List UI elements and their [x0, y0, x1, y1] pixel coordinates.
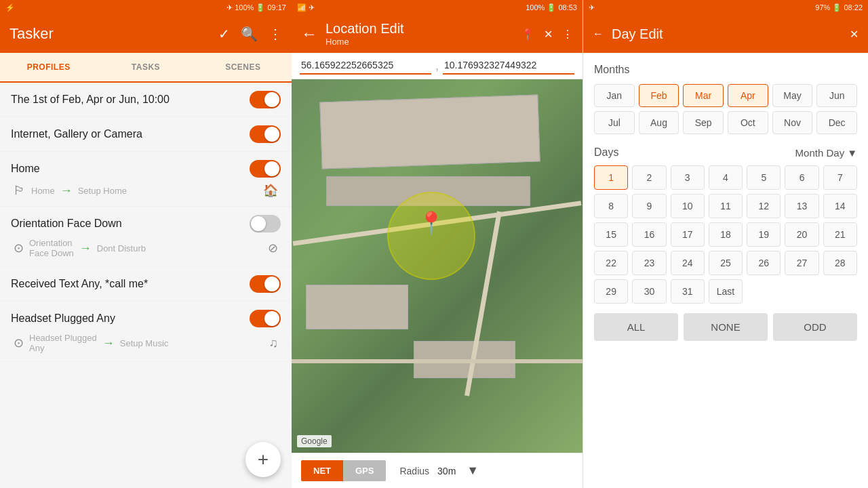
disturb-icon: ⊘: [268, 241, 278, 256]
tab-tasks[interactable]: TASKS: [97, 53, 194, 81]
loc-title: Location Edit: [326, 21, 513, 37]
day-3[interactable]: 3: [671, 165, 705, 190]
none-button[interactable]: NONE: [684, 313, 768, 341]
toggle-2[interactable]: [250, 125, 281, 143]
list-item: Home 🏳 Home → Setup Home 🏠: [0, 152, 292, 207]
day-13[interactable]: 13: [785, 194, 818, 218]
day-29[interactable]: 29: [594, 279, 628, 304]
back-icon-day[interactable]: ←: [593, 28, 604, 40]
day-7[interactable]: 7: [823, 165, 857, 190]
day-28[interactable]: 28: [823, 251, 857, 275]
month-apr[interactable]: Apr: [728, 84, 768, 107]
lat-input[interactable]: [300, 57, 431, 75]
gps-button[interactable]: GPS: [343, 460, 386, 481]
month-dec[interactable]: Dec: [816, 111, 857, 134]
bottom-bar: NET GPS Radius 30m ▼: [292, 453, 583, 488]
day-25[interactable]: 25: [709, 251, 743, 275]
home-icon: 🏠: [263, 183, 278, 198]
list-item: Internet, Gallery or Camera: [0, 117, 292, 152]
day-11[interactable]: 11: [709, 194, 743, 218]
coord-separator: ,: [435, 59, 439, 73]
day-31[interactable]: 31: [671, 279, 705, 304]
sub-text-middle: Setup Home: [78, 186, 127, 196]
profile-list: The 1st of Feb, Apr or Jun, 10:00 Intern…: [0, 83, 292, 488]
day-20[interactable]: 20: [785, 222, 818, 247]
day-21[interactable]: 21: [823, 222, 857, 247]
day-4[interactable]: 4: [709, 165, 743, 190]
month-mar[interactable]: Mar: [683, 84, 724, 107]
day-15[interactable]: 15: [594, 222, 628, 247]
fab-button[interactable]: +: [245, 442, 281, 477]
day-10[interactable]: 10: [671, 194, 705, 218]
toggle-5[interactable]: [250, 275, 281, 293]
toolbar-1: Tasker ✓ 🔍 ⋮: [0, 15, 292, 53]
day-8[interactable]: 8: [594, 194, 628, 218]
day-27[interactable]: 27: [785, 251, 818, 275]
month-feb[interactable]: Feb: [639, 84, 679, 107]
list-item: Headset Plugged Any ⊙ Headset Plugged An…: [0, 302, 292, 362]
action-buttons: ALL NONE ODD: [594, 313, 857, 341]
day-26[interactable]: 26: [747, 251, 781, 275]
tab-bar: PROFILES TASKS SCENES: [0, 53, 292, 83]
all-button[interactable]: ALL: [594, 313, 678, 341]
list-item: Received Text Any, *call me*: [0, 267, 292, 302]
day-last[interactable]: Last: [709, 279, 743, 304]
month-day-selector[interactable]: Month Day ▼: [795, 147, 857, 159]
pin-icon[interactable]: 📍: [521, 28, 534, 41]
day-18[interactable]: 18: [709, 222, 743, 247]
close-icon[interactable]: ✕: [544, 28, 553, 41]
day-9[interactable]: 9: [632, 194, 666, 218]
back-icon[interactable]: ←: [301, 24, 317, 43]
month-oct[interactable]: Oct: [728, 111, 768, 134]
profile-name: Received Text Any, *call me*: [11, 278, 148, 290]
odd-button[interactable]: ODD: [773, 313, 857, 341]
day-edit-title: Day Edit: [612, 26, 842, 42]
month-may[interactable]: May: [772, 84, 813, 107]
toggle-1[interactable]: [250, 91, 281, 108]
month-nov[interactable]: Nov: [772, 111, 813, 134]
check-icon[interactable]: ✓: [218, 26, 230, 42]
day-1[interactable]: 1: [594, 165, 628, 190]
month-jun[interactable]: Jun: [816, 84, 857, 107]
toggle-3[interactable]: [250, 160, 281, 178]
net-button[interactable]: NET: [301, 460, 343, 481]
coords-row: ,: [292, 53, 583, 79]
day-12[interactable]: 12: [747, 194, 781, 218]
list-item: The 1st of Feb, Apr or Jun, 10:00: [0, 83, 292, 117]
panel-location-edit: 📶 ✈ 100% 🔋 08:53 ← Location Edit Home 📍 …: [292, 0, 583, 488]
day-19[interactable]: 19: [747, 222, 781, 247]
app-title: Tasker: [9, 25, 218, 43]
day-23[interactable]: 23: [632, 251, 666, 275]
day-16[interactable]: 16: [632, 222, 666, 247]
toggle-4[interactable]: [250, 215, 281, 232]
tab-profiles[interactable]: PROFILES: [0, 53, 97, 83]
month-jul[interactable]: Jul: [594, 111, 635, 134]
days-grid: 1 2 3 4 5 6 7 8 9 10 11 12 13 14 15 16 1…: [594, 165, 857, 304]
search-icon[interactable]: 🔍: [241, 26, 258, 42]
loc-subtitle: Home: [326, 37, 513, 47]
day-24[interactable]: 24: [671, 251, 705, 275]
more-icon[interactable]: ⋮: [269, 26, 282, 42]
day-17[interactable]: 17: [671, 222, 705, 247]
more-icon[interactable]: ⋮: [562, 28, 573, 41]
toggle-6[interactable]: [250, 310, 281, 327]
day-5[interactable]: 5: [747, 165, 781, 190]
map-container[interactable]: 📍 Google: [292, 79, 583, 453]
close-icon-day[interactable]: ✕: [850, 28, 859, 41]
month-sep[interactable]: Sep: [683, 111, 724, 134]
arrow-icon: →: [79, 241, 92, 256]
day-30[interactable]: 30: [632, 279, 666, 304]
months-section-label: Months: [594, 64, 857, 76]
day-14[interactable]: 14: [823, 194, 857, 218]
day-6[interactable]: 6: [785, 165, 818, 190]
day-content: Months Jan Feb Mar Apr May Jun Jul Aug S…: [583, 53, 868, 488]
month-jan[interactable]: Jan: [594, 84, 635, 107]
radius-dropdown[interactable]: ▼: [467, 464, 479, 478]
month-aug[interactable]: Aug: [639, 111, 679, 134]
sub-text-middle: Dont Disturb: [97, 243, 146, 253]
lng-input[interactable]: [443, 57, 574, 75]
day-2[interactable]: 2: [632, 165, 666, 190]
day-22[interactable]: 22: [594, 251, 628, 275]
tab-scenes[interactable]: SCENES: [195, 53, 292, 81]
radius-value: 30m: [437, 466, 456, 476]
